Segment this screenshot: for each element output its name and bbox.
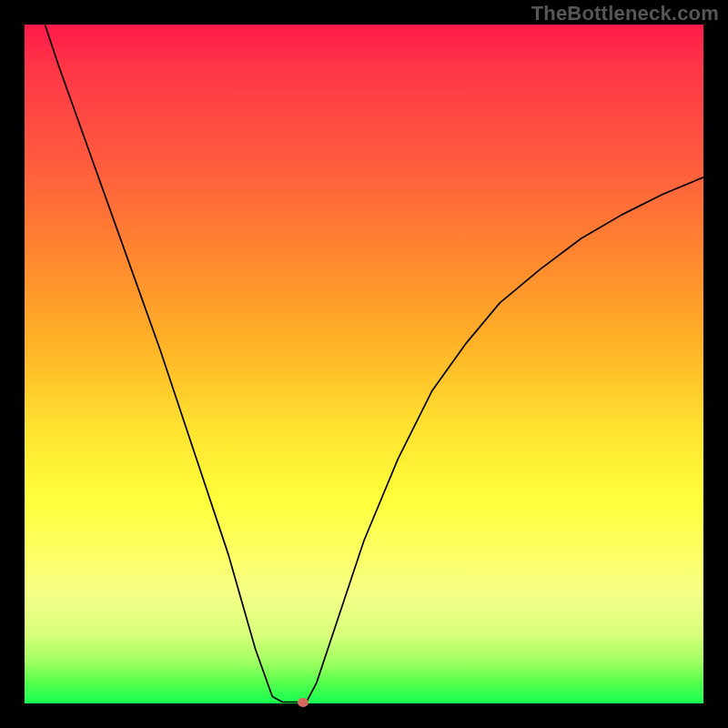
watermark-text: TheBottleneck.com [531,2,719,25]
chart-container: TheBottleneck.com [0,0,728,728]
plot-area [25,25,703,703]
bottleneck-curve [25,25,703,703]
minimum-point-marker [298,698,308,707]
